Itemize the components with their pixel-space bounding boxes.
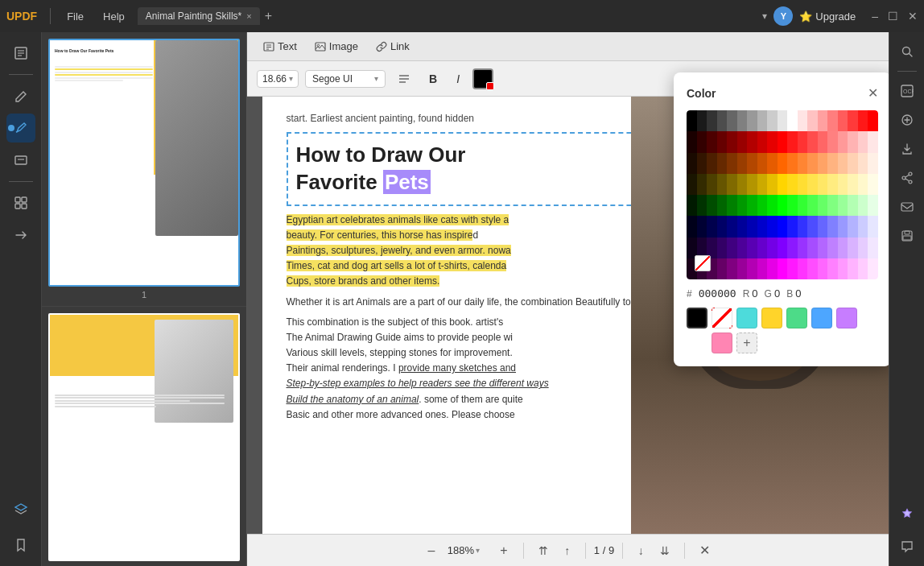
color-cell-5-6[interactable]	[747, 216, 757, 237]
right-icon-comment[interactable]	[894, 534, 920, 560]
sidebar-icon-annotate[interactable]	[6, 114, 35, 143]
color-cell-7-5[interactable]	[737, 258, 748, 279]
color-cell-3-8[interactable]	[767, 174, 778, 195]
color-cell-4-7[interactable]	[757, 195, 768, 216]
italic-btn[interactable]: I	[450, 69, 466, 89]
sidebar-icon-organize[interactable]	[6, 188, 35, 217]
zoom-dropdown-icon[interactable]: ▾	[476, 546, 480, 555]
sidebar-icon-convert[interactable]	[6, 221, 35, 250]
color-cell-3-18[interactable]	[868, 174, 878, 195]
r-value[interactable]: 0	[752, 287, 757, 300]
hex-value-display[interactable]: 000000	[699, 287, 736, 300]
close-bottom-bar-btn[interactable]: ✕	[695, 541, 714, 560]
color-cell-4-18[interactable]	[868, 195, 878, 216]
color-cell-0-2[interactable]	[707, 110, 717, 131]
color-cell-7-9[interactable]	[778, 258, 788, 279]
right-icon-ai[interactable]	[894, 107, 920, 133]
color-cell-6-10[interactable]	[787, 238, 798, 258]
color-cell-4-12[interactable]	[807, 195, 818, 216]
color-cell-5-5[interactable]	[737, 216, 748, 237]
color-cell-6-4[interactable]	[727, 238, 737, 258]
color-cell-0-1[interactable]	[697, 110, 707, 131]
color-cell-1-3[interactable]	[717, 131, 728, 152]
color-cell-5-8[interactable]	[767, 216, 778, 237]
tab-link[interactable]: Link	[369, 37, 416, 56]
color-cell-5-18[interactable]	[868, 216, 878, 237]
sidebar-icon-forms[interactable]	[6, 146, 35, 175]
color-cell-7-16[interactable]	[848, 258, 858, 279]
color-cell-2-16[interactable]	[848, 153, 858, 174]
tab-text[interactable]: Text	[257, 37, 303, 56]
last-page-btn[interactable]: ⇊	[655, 541, 674, 560]
color-cell-3-3[interactable]	[717, 174, 728, 195]
color-cell-5-4[interactable]	[727, 216, 737, 237]
b-value[interactable]: 0	[795, 287, 801, 300]
color-cell-4-2[interactable]	[707, 195, 717, 216]
color-cell-2-9[interactable]	[778, 153, 788, 174]
color-cell-0-6[interactable]	[747, 110, 757, 131]
color-cell-6-3[interactable]	[717, 238, 728, 258]
tab-close-btn[interactable]: ×	[246, 11, 251, 21]
color-cell-6-5[interactable]	[737, 238, 748, 258]
color-cell-7-15[interactable]	[838, 258, 848, 279]
color-cell-4-6[interactable]	[747, 195, 757, 216]
color-cell-3-15[interactable]	[838, 174, 848, 195]
right-icon-share[interactable]	[894, 165, 920, 191]
first-page-btn[interactable]: ⇈	[534, 541, 553, 560]
color-cell-4-5[interactable]	[737, 195, 748, 216]
color-cell-6-17[interactable]	[858, 238, 868, 258]
color-cell-2-6[interactable]	[747, 153, 757, 174]
swatch-pink[interactable]	[712, 333, 732, 353]
color-cell-3-5[interactable]	[737, 174, 748, 195]
color-panel-close-btn[interactable]: ✕	[868, 85, 878, 101]
color-cell-5-15[interactable]	[838, 216, 848, 237]
maximize-btn[interactable]: ☐	[888, 10, 898, 23]
sidebar-icon-layers[interactable]	[6, 495, 35, 524]
color-cell-6-16[interactable]	[848, 238, 858, 258]
color-cell-0-7[interactable]	[757, 110, 768, 131]
color-cell-5-13[interactable]	[818, 216, 828, 237]
color-cell-2-10[interactable]	[787, 153, 798, 174]
right-icon-mail[interactable]	[894, 194, 920, 220]
color-cell-0-3[interactable]	[717, 110, 728, 131]
color-cell-0-9[interactable]	[778, 110, 788, 131]
swatch-black[interactable]	[687, 308, 707, 328]
sidebar-icon-bookmark[interactable]	[6, 531, 35, 560]
color-cell-0-15[interactable]	[838, 110, 848, 131]
color-cell-4-0[interactable]	[687, 195, 697, 216]
color-cell-6-7[interactable]	[757, 238, 768, 258]
color-cell-7-13[interactable]	[818, 258, 828, 279]
color-cell-4-8[interactable]	[767, 195, 778, 216]
color-cell-2-0[interactable]	[687, 153, 697, 174]
right-icon-search[interactable]	[894, 39, 920, 64]
color-cell-6-8[interactable]	[767, 238, 778, 258]
color-cell-2-1[interactable]	[697, 153, 707, 174]
align-btn[interactable]	[392, 70, 416, 88]
color-cell-3-11[interactable]	[798, 174, 808, 195]
transparent-swatch-indicator[interactable]	[695, 255, 711, 271]
menu-file[interactable]: File	[60, 7, 90, 26]
g-value[interactable]: 0	[774, 287, 780, 300]
color-cell-4-16[interactable]	[848, 195, 858, 216]
sidebar-icon-reader[interactable]	[6, 39, 35, 68]
color-cell-3-16[interactable]	[848, 174, 858, 195]
swatch-purple[interactable]	[836, 308, 857, 328]
active-tab[interactable]: Animal Painting Skills* ×	[138, 7, 260, 25]
swatch-yellow[interactable]	[761, 308, 782, 328]
color-cell-2-17[interactable]	[858, 153, 868, 174]
sidebar-icon-edit[interactable]	[6, 81, 35, 110]
new-tab-btn[interactable]: +	[260, 9, 277, 23]
color-cell-7-8[interactable]	[767, 258, 778, 279]
color-cell-3-2[interactable]	[707, 174, 717, 195]
color-cell-0-10[interactable]	[787, 110, 798, 131]
color-cell-7-12[interactable]	[807, 258, 818, 279]
color-cell-7-4[interactable]	[727, 258, 737, 279]
color-cell-6-14[interactable]	[827, 238, 838, 258]
upgrade-button[interactable]: ⭐ Upgrade	[799, 10, 856, 23]
color-cell-5-1[interactable]	[697, 216, 707, 237]
color-cell-7-10[interactable]	[787, 258, 798, 279]
tab-image[interactable]: Image	[308, 37, 365, 56]
color-cell-3-7[interactable]	[757, 174, 768, 195]
swatch-add-btn[interactable]: +	[736, 333, 757, 353]
color-cell-0-16[interactable]	[848, 110, 858, 131]
